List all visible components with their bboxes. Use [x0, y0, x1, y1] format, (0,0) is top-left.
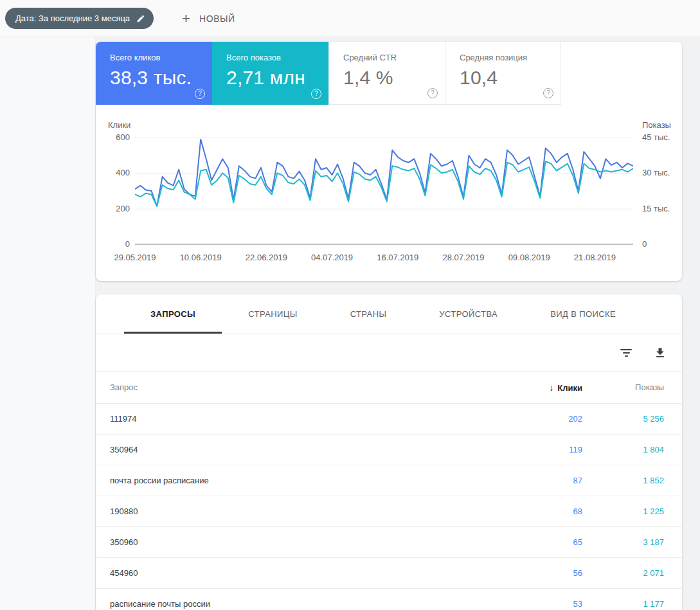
metric-value: 2,71 млн [226, 67, 328, 89]
metric-value: 10,4 [460, 67, 561, 89]
edit-pencil-icon [136, 14, 145, 23]
tab-search-appearance[interactable]: ВИД В ПОИСКЕ [524, 294, 642, 334]
impressions-cell[interactable]: 1 852 [582, 476, 664, 485]
table-row[interactable]: 111974 202 5 256 [96, 404, 682, 435]
query-cell: 350960 [110, 537, 496, 547]
table-row[interactable]: 190880 68 1 225 [96, 496, 682, 527]
tab-countries[interactable]: СТРАНЫ [324, 294, 413, 334]
x-axis-label: 22.06.2019 [240, 253, 292, 262]
metric-cards: Всего кликов 38,3 тыс. ? Всего показов 2… [96, 42, 682, 105]
x-axis-label: 28.07.2019 [438, 253, 489, 262]
clicks-cell[interactable]: 68 [496, 507, 582, 516]
x-axis-label: 29.05.2019 [109, 253, 161, 262]
new-filter-label: НОВЫЙ [199, 13, 235, 24]
column-header-clicks[interactable]: ↓Клики [496, 382, 582, 393]
clicks-cell[interactable]: 56 [496, 568, 582, 578]
metric-card-average-position[interactable]: Средняя позиция 10,4 ? [445, 42, 561, 105]
y-axis-tick: 0 [96, 239, 130, 249]
left-gutter [0, 37, 96, 610]
x-axis-label: 10.06.2019 [175, 253, 226, 262]
table-row[interactable]: почта россии расписание 87 1 852 [96, 465, 682, 496]
table-row[interactable]: 454960 56 2 071 [96, 558, 682, 589]
help-icon[interactable]: ? [427, 88, 438, 98]
clicks-cell[interactable]: 202 [496, 414, 582, 424]
impressions-cell[interactable]: 1 804 [582, 445, 664, 454]
date-filter-label: Дата: За последние 3 месяца [15, 13, 130, 23]
new-filter-button[interactable]: + НОВЫЙ [182, 12, 235, 26]
x-axis-label: 21.08.2019 [569, 253, 620, 262]
table-header: Запрос ↓Клики Показы [96, 372, 682, 404]
y-axis-title-clicks: Клики [108, 120, 130, 130]
y-axis-tick: 45 тыс. [642, 132, 670, 143]
query-cell: 350964 [110, 445, 496, 454]
y-axis-tick: 30 тыс. [642, 168, 670, 178]
metric-card-total-impressions[interactable]: Всего показов 2,71 млн ? [212, 42, 328, 105]
clicks-cell[interactable]: 87 [496, 476, 582, 485]
sort-desc-icon: ↓ [549, 382, 553, 393]
tab-devices[interactable]: УСТРОЙСТВА [413, 294, 524, 334]
query-cell: 454960 [110, 568, 496, 578]
x-axis-label: 04.07.2019 [307, 253, 358, 262]
metric-label: Средний CTR [343, 53, 445, 62]
y-axis-title-impressions: Показы [642, 120, 671, 130]
column-header-query[interactable]: Запрос [110, 382, 496, 392]
metric-card-average-ctr[interactable]: Средний CTR 1,4 % ? [328, 42, 445, 105]
help-icon[interactable]: ? [543, 88, 553, 98]
dimension-tabs: ЗАПРОСЫ СТРАНИЦЫ СТРАНЫ УСТРОЙСТВА ВИД В… [96, 294, 682, 334]
performance-panel: Всего кликов 38,3 тыс. ? Всего показов 2… [96, 42, 682, 281]
metric-card-total-clicks[interactable]: Всего кликов 38,3 тыс. ? [96, 42, 212, 105]
impressions-cell[interactable]: 5 256 [582, 414, 664, 424]
y-axis-tick: 400 [96, 168, 130, 178]
y-axis-tick: 600 [96, 132, 130, 143]
queries-panel: ЗАПРОСЫ СТРАНИЦЫ СТРАНЫ УСТРОЙСТВА ВИД В… [96, 294, 682, 610]
table-toolbar [96, 334, 682, 372]
metric-label: Всего показов [226, 53, 328, 62]
tab-pages[interactable]: СТРАНИЦЫ [222, 294, 323, 334]
y-axis-tick: 15 тыс. [642, 204, 670, 214]
date-filter-pill[interactable]: Дата: За последние 3 месяца [5, 8, 154, 29]
clicks-cell[interactable]: 119 [496, 445, 582, 454]
metric-value: 1,4 % [343, 67, 445, 89]
x-axis-label: 16.07.2019 [372, 253, 424, 262]
table-row[interactable]: расписание почты россии 53 1 177 [96, 589, 682, 610]
query-cell: почта россии расписание [110, 476, 496, 485]
metric-value: 38,3 тыс. [110, 67, 212, 89]
tab-queries[interactable]: ЗАПРОСЫ [124, 294, 222, 334]
help-icon[interactable]: ? [311, 89, 321, 99]
table-row[interactable]: 350964 119 1 804 [96, 435, 682, 465]
chart-svg[interactable] [135, 138, 633, 245]
impressions-cell[interactable]: 2 071 [582, 568, 664, 578]
impressions-cell[interactable]: 3 187 [582, 537, 664, 547]
query-cell: 190880 [110, 507, 496, 516]
download-icon[interactable] [654, 346, 667, 359]
impressions-cell[interactable]: 1 177 [582, 599, 664, 609]
x-axis-label: 09.08.2019 [503, 253, 555, 262]
column-header-impressions[interactable]: Показы [582, 382, 664, 392]
plus-icon: + [182, 12, 190, 26]
table-row[interactable]: 350960 65 3 187 [96, 527, 682, 558]
filter-icon[interactable] [618, 346, 634, 359]
chart-line-impressions [135, 161, 633, 206]
query-cell: расписание почты россии [110, 599, 496, 609]
clicks-cell[interactable]: 53 [496, 599, 582, 609]
help-icon[interactable]: ? [195, 89, 205, 99]
y-axis-tick: 200 [96, 204, 130, 214]
top-bar: Дата: За последние 3 месяца + НОВЫЙ [0, 0, 700, 37]
metric-label: Средняя позиция [460, 53, 561, 62]
impressions-cell[interactable]: 1 225 [582, 507, 664, 516]
y-axis-tick: 0 [642, 239, 647, 249]
query-cell: 111974 [110, 414, 496, 424]
clicks-cell[interactable]: 65 [496, 537, 582, 547]
metric-label: Всего кликов [110, 53, 212, 62]
